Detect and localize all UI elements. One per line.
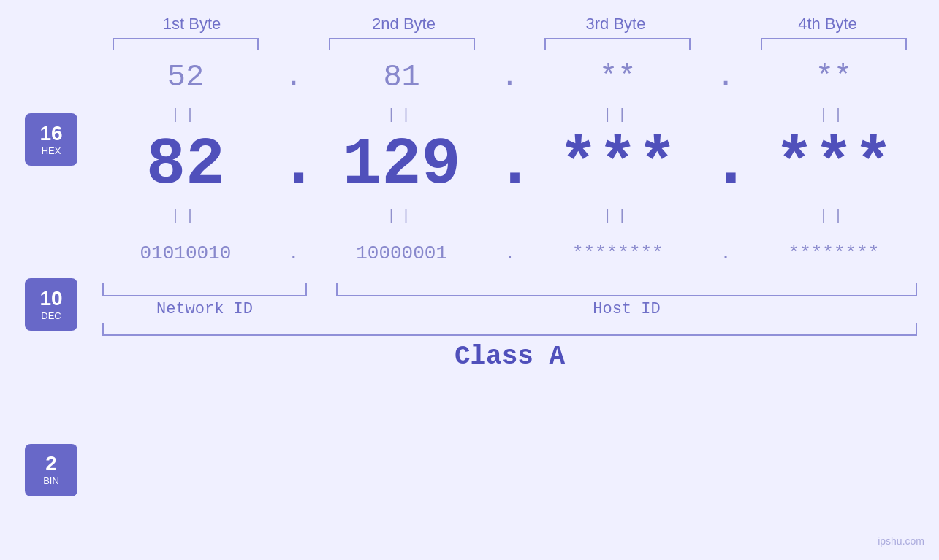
bracket-byte4 bbox=[761, 38, 907, 50]
hex-row: 52 . 81 . ** . ** bbox=[102, 50, 917, 104]
bin-dot3: . bbox=[711, 242, 740, 264]
class-label: Class A bbox=[455, 342, 565, 372]
equals-row-1: || || || || bbox=[102, 104, 917, 125]
main-container: 1st Byte 2nd Byte 3rd Byte 4th Byte 16 H… bbox=[0, 0, 939, 560]
dec-badge-number: 10 bbox=[39, 288, 62, 309]
network-id-label: Network ID bbox=[102, 300, 307, 318]
class-bracket bbox=[102, 323, 917, 336]
hex-badge-type: HEX bbox=[42, 145, 61, 156]
equals-row-2: || || || || bbox=[102, 205, 917, 226]
host-id-label: Host ID bbox=[336, 300, 917, 318]
hex-val1: 52 bbox=[113, 60, 259, 95]
dec-val2: 129 bbox=[329, 128, 475, 202]
dec-val3: *** bbox=[544, 128, 691, 202]
bin-val1: 01010010 bbox=[113, 242, 259, 264]
dec-val1: 82 bbox=[113, 128, 259, 202]
dec-dot3: . bbox=[711, 128, 740, 202]
bin-badge: 2 BIN bbox=[25, 444, 77, 496]
hex-val3: ** bbox=[544, 60, 691, 95]
hex-dot2: . bbox=[495, 60, 524, 95]
dec-val4: *** bbox=[761, 128, 907, 202]
bin-row: 01010010 . 10000001 . ******** . bbox=[102, 226, 917, 280]
bracket-byte2 bbox=[329, 38, 475, 50]
byte4-label: 4th Byte bbox=[740, 15, 916, 34]
bin-dot2: . bbox=[495, 242, 524, 264]
hex-badge-number: 16 bbox=[39, 123, 62, 144]
bin-val2: 10000001 bbox=[329, 242, 475, 264]
dec-dot1: . bbox=[279, 128, 308, 202]
badge-column: 16 HEX 10 DEC 2 BIN bbox=[0, 50, 102, 560]
hex-val4: ** bbox=[761, 60, 907, 95]
watermark: ipshu.com bbox=[878, 535, 924, 547]
network-bracket bbox=[102, 283, 307, 296]
byte3-label: 3rd Byte bbox=[528, 15, 704, 34]
bracket-byte3 bbox=[544, 38, 691, 50]
bin-val4: ******** bbox=[761, 242, 907, 264]
dec-badge-type: DEC bbox=[41, 310, 61, 321]
data-section: 52 . 81 . ** . ** bbox=[102, 50, 939, 560]
hex-dot3: . bbox=[711, 60, 740, 95]
byte2-label: 2nd Byte bbox=[316, 15, 492, 34]
bin-badge-number: 2 bbox=[45, 453, 57, 474]
id-labels: Network ID Host ID bbox=[102, 300, 917, 318]
dec-badge: 10 DEC bbox=[25, 278, 77, 331]
hex-dot1: . bbox=[279, 60, 308, 95]
host-bracket bbox=[336, 283, 917, 296]
bracket-byte1 bbox=[113, 38, 259, 50]
hex-badge: 16 HEX bbox=[25, 113, 77, 166]
bin-dot1: . bbox=[279, 242, 308, 264]
bin-val3: ******** bbox=[544, 242, 691, 264]
dec-row: 82 . 129 . *** . *** bbox=[102, 125, 917, 205]
hex-val2: 81 bbox=[329, 60, 475, 95]
byte1-label: 1st Byte bbox=[104, 15, 280, 34]
bin-badge-type: BIN bbox=[43, 475, 59, 486]
bottom-bracket-row bbox=[102, 283, 917, 296]
class-label-row: Class A bbox=[102, 342, 917, 372]
dec-dot2: . bbox=[495, 128, 524, 202]
